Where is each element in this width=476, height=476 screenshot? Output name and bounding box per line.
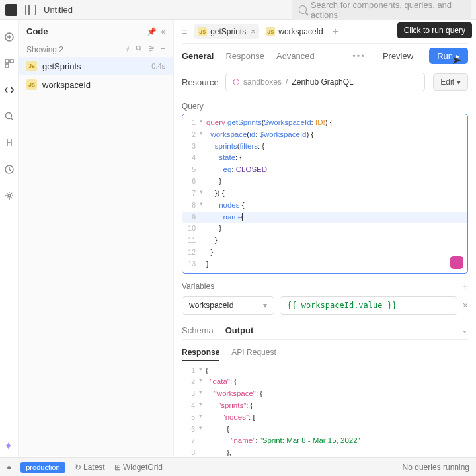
response-rtab[interactable]: Response <box>182 345 219 361</box>
variables-label: Variables <box>182 282 214 291</box>
filter-icon[interactable]: ⚞ <box>148 44 155 54</box>
subtab-response[interactable]: Response <box>225 51 264 61</box>
subtab-advanced[interactable]: Advanced <box>276 51 315 61</box>
status-queries: No queries running <box>403 463 469 472</box>
collapse-output-icon[interactable]: ⌄ <box>461 325 468 335</box>
output-tab[interactable]: Output <box>225 321 254 339</box>
settings-icon[interactable] <box>4 190 15 201</box>
query-name: getSprints <box>42 61 81 71</box>
add-variable-icon[interactable]: + <box>462 280 468 292</box>
query-badge: Js <box>26 79 37 90</box>
branch-icon[interactable]: ⑂ <box>125 44 130 54</box>
query-editor[interactable]: 1▾query getSprints($workspaceId: ID!) {2… <box>182 114 468 274</box>
edit-label: Edit <box>440 77 454 87</box>
tab-label: getSprints <box>210 27 246 36</box>
query-section-label: Query <box>182 102 468 111</box>
env-pill[interactable]: production <box>20 462 65 473</box>
svg-point-6 <box>8 194 11 197</box>
query-name: workspaceId <box>42 80 91 90</box>
svg-point-4 <box>5 113 11 119</box>
tab-getsprints[interactable]: Js getSprints × <box>194 24 259 39</box>
collapse-icon[interactable]: « <box>161 27 165 36</box>
svg-rect-3 <box>5 64 9 67</box>
run-tooltip: Click to run query <box>397 22 472 38</box>
query-time: 0.4s <box>151 62 165 70</box>
api-request-rtab[interactable]: API Request <box>231 345 276 361</box>
tab-badge: Js <box>198 27 207 36</box>
resource-path1: sandboxes <box>243 77 282 87</box>
app-logo <box>5 4 17 16</box>
chevron-down-icon: ▾ <box>263 301 267 310</box>
panel-toggle-icon[interactable] <box>25 5 36 15</box>
ai-sparkle-icon[interactable]: ✦ <box>4 440 13 452</box>
variable-value-input[interactable]: {{ workspaceId.value }} <box>280 296 457 315</box>
run-button[interactable]: Run ▸ <box>429 48 468 64</box>
showing-count: Showing 2 <box>26 45 63 54</box>
svg-rect-1 <box>5 60 9 63</box>
add-tab-icon[interactable]: + <box>333 26 338 38</box>
query-item-workspaceid[interactable]: Js workspaceId <box>19 75 173 94</box>
more-icon[interactable]: ••• <box>352 51 366 61</box>
status-widget[interactable]: ⊞ WidgetGrid <box>114 463 163 472</box>
subtab-general[interactable]: General <box>182 51 214 61</box>
add-query-icon[interactable]: + <box>161 44 165 54</box>
tab-label: workspaceId <box>278 27 323 36</box>
json-output: 1▾{2▾ "data": {3▾ "workspace": {4▾ "spri… <box>182 365 468 456</box>
pin-icon[interactable]: 📌 <box>147 27 157 36</box>
chevron-down-icon: ▾ <box>457 77 461 87</box>
env-indicator: ● <box>7 463 11 472</box>
search-icon <box>299 5 307 14</box>
tab-badge: Js <box>266 27 275 36</box>
resource-select[interactable]: ⬡ sandboxes / Zenhub GraphQL <box>225 73 425 91</box>
status-latest[interactable]: ↻ Latest <box>75 463 105 472</box>
code-panel-label: Code <box>26 26 48 36</box>
page-title: Untitled <box>44 5 73 15</box>
resource-label: Resource <box>182 77 218 87</box>
filter-search-icon[interactable] <box>135 44 143 54</box>
preview-button[interactable]: Preview <box>383 51 413 61</box>
query-item-getsprints[interactable]: Js getSprints 0.4s <box>19 57 173 75</box>
search-nav-icon[interactable] <box>4 111 15 122</box>
remove-variable-icon[interactable]: × <box>463 300 468 311</box>
variable-name-select[interactable]: workspaceId ▾ <box>182 296 274 315</box>
close-tab-icon[interactable]: × <box>251 27 255 36</box>
edit-resource-button[interactable]: Edit ▾ <box>433 73 468 91</box>
clock-icon[interactable] <box>4 164 15 175</box>
variable-name: workspaceId <box>189 301 233 310</box>
components-icon[interactable] <box>4 58 15 69</box>
run-label: Run <box>437 51 453 61</box>
add-icon[interactable] <box>4 32 15 42</box>
code-icon[interactable] <box>4 85 15 95</box>
schema-tab[interactable]: Schema <box>182 321 214 339</box>
tab-menu-icon[interactable]: ≡ <box>182 26 187 37</box>
resource-path2: Zenhub GraphQL <box>292 77 353 87</box>
state-icon[interactable] <box>4 138 15 148</box>
svg-point-7 <box>136 46 140 50</box>
svg-rect-2 <box>10 60 13 63</box>
ai-assist-icon[interactable] <box>450 256 463 269</box>
tab-workspaceid[interactable]: Js workspaceId <box>262 24 327 39</box>
search-placeholder: Search for components, queries, and acti… <box>311 0 464 20</box>
query-badge: Js <box>26 61 37 71</box>
